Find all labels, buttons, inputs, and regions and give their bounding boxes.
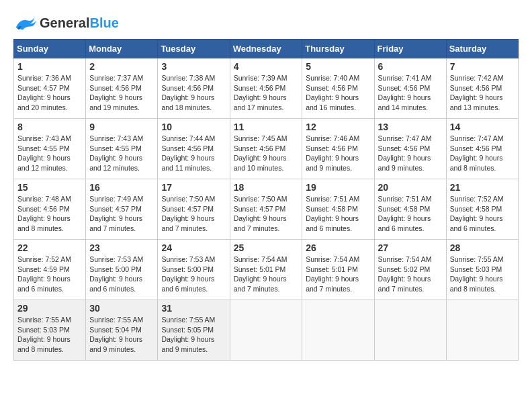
calendar-cell: 30Sunrise: 7:55 AMSunset: 5:04 PMDayligh…: [86, 300, 158, 361]
day-info: Sunrise: 7:41 AMSunset: 4:56 PMDaylight:…: [378, 73, 443, 113]
day-info: Sunrise: 7:38 AMSunset: 4:56 PMDaylight:…: [161, 73, 226, 113]
day-info: Sunrise: 7:50 AMSunset: 4:57 PMDaylight:…: [234, 194, 299, 234]
calendar-cell: 26Sunrise: 7:54 AMSunset: 5:01 PMDayligh…: [302, 240, 374, 300]
day-number: 2: [89, 61, 154, 72]
calendar-cell: [230, 300, 302, 361]
calendar-cell: 14Sunrise: 7:47 AMSunset: 4:56 PMDayligh…: [446, 119, 518, 179]
calendar-cell: 28Sunrise: 7:55 AMSunset: 5:03 PMDayligh…: [446, 240, 518, 300]
day-info: Sunrise: 7:40 AMSunset: 4:56 PMDaylight:…: [306, 73, 370, 113]
calendar-cell: 16Sunrise: 7:49 AMSunset: 4:57 PMDayligh…: [86, 179, 158, 240]
calendar-cell: 22Sunrise: 7:52 AMSunset: 4:59 PMDayligh…: [14, 240, 86, 300]
day-number: 12: [306, 122, 370, 132]
calendar-cell: 4Sunrise: 7:39 AMSunset: 4:56 PMDaylight…: [230, 58, 302, 119]
page-header: GeneralBlue: [13, 13, 519, 32]
week-row-5: 29Sunrise: 7:55 AMSunset: 5:03 PMDayligh…: [14, 300, 519, 361]
day-info: Sunrise: 7:48 AMSunset: 4:56 PMDaylight:…: [17, 194, 82, 234]
calendar-cell: [446, 300, 518, 361]
day-number: 27: [378, 242, 443, 253]
calendar-cell: 9Sunrise: 7:43 AMSunset: 4:55 PMDaylight…: [86, 119, 158, 179]
day-number: 22: [17, 242, 82, 253]
calendar-cell: 3Sunrise: 7:38 AMSunset: 4:56 PMDaylight…: [158, 58, 230, 119]
day-info: Sunrise: 7:44 AMSunset: 4:56 PMDaylight:…: [161, 134, 226, 173]
day-number: 25: [234, 242, 299, 253]
day-info: Sunrise: 7:51 AMSunset: 4:58 PMDaylight:…: [306, 194, 370, 234]
day-info: Sunrise: 7:54 AMSunset: 5:01 PMDaylight:…: [306, 255, 370, 294]
day-info: Sunrise: 7:47 AMSunset: 4:56 PMDaylight:…: [450, 134, 515, 173]
day-number: 4: [234, 61, 299, 72]
day-number: 19: [306, 182, 370, 193]
week-row-2: 8Sunrise: 7:43 AMSunset: 4:55 PMDaylight…: [14, 119, 519, 179]
week-row-4: 22Sunrise: 7:52 AMSunset: 4:59 PMDayligh…: [14, 240, 519, 300]
calendar-cell: 18Sunrise: 7:50 AMSunset: 4:57 PMDayligh…: [230, 179, 302, 240]
day-number: 14: [450, 122, 515, 132]
day-info: Sunrise: 7:37 AMSunset: 4:56 PMDaylight:…: [89, 73, 154, 113]
day-number: 17: [161, 182, 226, 193]
day-number: 11: [234, 122, 299, 132]
calendar-cell: 24Sunrise: 7:53 AMSunset: 5:00 PMDayligh…: [158, 240, 230, 300]
day-number: 24: [161, 242, 226, 253]
calendar-cell: 1Sunrise: 7:36 AMSunset: 4:57 PMDaylight…: [14, 58, 86, 119]
day-number: 1: [17, 61, 82, 72]
logo: GeneralBlue: [13, 13, 119, 32]
calendar-cell: 7Sunrise: 7:42 AMSunset: 4:56 PMDaylight…: [446, 58, 518, 119]
day-number: 26: [306, 242, 370, 253]
day-info: Sunrise: 7:55 AMSunset: 5:04 PMDaylight:…: [89, 315, 154, 355]
day-info: Sunrise: 7:55 AMSunset: 5:03 PMDaylight:…: [17, 315, 82, 355]
day-info: Sunrise: 7:52 AMSunset: 4:58 PMDaylight:…: [450, 194, 515, 234]
day-number: 21: [450, 182, 515, 193]
weekday-header-friday: Friday: [374, 40, 446, 58]
day-number: 8: [17, 122, 82, 132]
day-info: Sunrise: 7:47 AMSunset: 4:56 PMDaylight:…: [378, 134, 443, 173]
calendar-cell: [302, 300, 374, 361]
calendar-cell: 10Sunrise: 7:44 AMSunset: 4:56 PMDayligh…: [158, 119, 230, 179]
day-number: 5: [306, 61, 370, 72]
calendar-cell: 2Sunrise: 7:37 AMSunset: 4:56 PMDaylight…: [86, 58, 158, 119]
calendar-cell: 27Sunrise: 7:54 AMSunset: 5:02 PMDayligh…: [374, 240, 446, 300]
day-number: 18: [234, 182, 299, 193]
calendar-cell: [374, 300, 446, 361]
weekday-header-saturday: Saturday: [446, 40, 518, 58]
day-info: Sunrise: 7:45 AMSunset: 4:56 PMDaylight:…: [234, 134, 299, 173]
day-info: Sunrise: 7:46 AMSunset: 4:56 PMDaylight:…: [306, 134, 370, 173]
weekday-header-tuesday: Tuesday: [158, 40, 230, 58]
day-number: 29: [17, 303, 82, 314]
day-info: Sunrise: 7:42 AMSunset: 4:56 PMDaylight:…: [450, 73, 515, 113]
weekday-header-row: SundayMondayTuesdayWednesdayThursdayFrid…: [14, 40, 519, 58]
logo-text: GeneralBlue: [40, 15, 119, 31]
day-number: 30: [89, 303, 154, 314]
calendar-cell: 17Sunrise: 7:50 AMSunset: 4:57 PMDayligh…: [158, 179, 230, 240]
week-row-3: 15Sunrise: 7:48 AMSunset: 4:56 PMDayligh…: [14, 179, 519, 240]
day-info: Sunrise: 7:55 AMSunset: 5:03 PMDaylight:…: [450, 255, 515, 294]
calendar-cell: 29Sunrise: 7:55 AMSunset: 5:03 PMDayligh…: [14, 300, 86, 361]
day-info: Sunrise: 7:54 AMSunset: 5:01 PMDaylight:…: [234, 255, 299, 294]
logo-icon: [13, 13, 37, 32]
day-info: Sunrise: 7:50 AMSunset: 4:57 PMDaylight:…: [161, 194, 226, 234]
day-number: 10: [161, 122, 226, 132]
day-number: 16: [89, 182, 154, 193]
weekday-header-thursday: Thursday: [302, 40, 374, 58]
week-row-1: 1Sunrise: 7:36 AMSunset: 4:57 PMDaylight…: [14, 58, 519, 119]
calendar-cell: 19Sunrise: 7:51 AMSunset: 4:58 PMDayligh…: [302, 179, 374, 240]
calendar-cell: 15Sunrise: 7:48 AMSunset: 4:56 PMDayligh…: [14, 179, 86, 240]
calendar-cell: 6Sunrise: 7:41 AMSunset: 4:56 PMDaylight…: [374, 58, 446, 119]
day-info: Sunrise: 7:53 AMSunset: 5:00 PMDaylight:…: [89, 255, 154, 294]
day-info: Sunrise: 7:51 AMSunset: 4:58 PMDaylight:…: [378, 194, 443, 234]
day-number: 9: [89, 122, 154, 132]
calendar-cell: 12Sunrise: 7:46 AMSunset: 4:56 PMDayligh…: [302, 119, 374, 179]
calendar-cell: 21Sunrise: 7:52 AMSunset: 4:58 PMDayligh…: [446, 179, 518, 240]
day-info: Sunrise: 7:53 AMSunset: 5:00 PMDaylight:…: [161, 255, 226, 294]
calendar-cell: 13Sunrise: 7:47 AMSunset: 4:56 PMDayligh…: [374, 119, 446, 179]
day-info: Sunrise: 7:52 AMSunset: 4:59 PMDaylight:…: [17, 255, 82, 294]
day-number: 28: [450, 242, 515, 253]
calendar-cell: 11Sunrise: 7:45 AMSunset: 4:56 PMDayligh…: [230, 119, 302, 179]
weekday-header-monday: Monday: [86, 40, 158, 58]
weekday-header-wednesday: Wednesday: [230, 40, 302, 58]
weekday-header-sunday: Sunday: [14, 40, 86, 58]
calendar-cell: 20Sunrise: 7:51 AMSunset: 4:58 PMDayligh…: [374, 179, 446, 240]
day-number: 31: [161, 303, 226, 314]
calendar-cell: 31Sunrise: 7:55 AMSunset: 5:05 PMDayligh…: [158, 300, 230, 361]
calendar-table: SundayMondayTuesdayWednesdayThursdayFrid…: [13, 39, 519, 361]
calendar-cell: 23Sunrise: 7:53 AMSunset: 5:00 PMDayligh…: [86, 240, 158, 300]
day-info: Sunrise: 7:43 AMSunset: 4:55 PMDaylight:…: [17, 134, 82, 173]
day-info: Sunrise: 7:49 AMSunset: 4:57 PMDaylight:…: [89, 194, 154, 234]
